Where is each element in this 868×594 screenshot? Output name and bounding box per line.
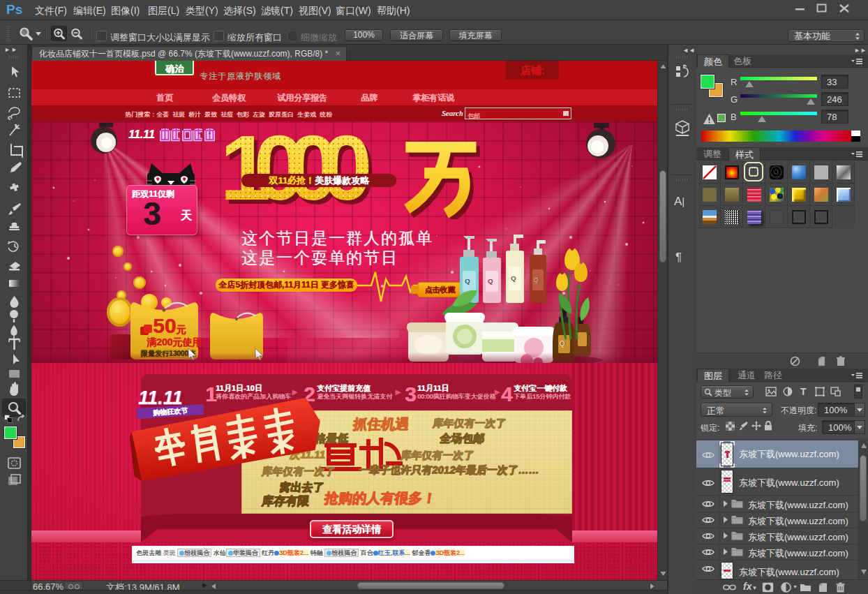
svg-text:Q: Q bbox=[511, 275, 516, 282]
svg-text:Q: Q bbox=[488, 278, 493, 285]
svg-text:Q: Q bbox=[534, 276, 539, 283]
svg-text:Q: Q bbox=[560, 340, 565, 348]
svg-text:Q: Q bbox=[465, 278, 470, 285]
